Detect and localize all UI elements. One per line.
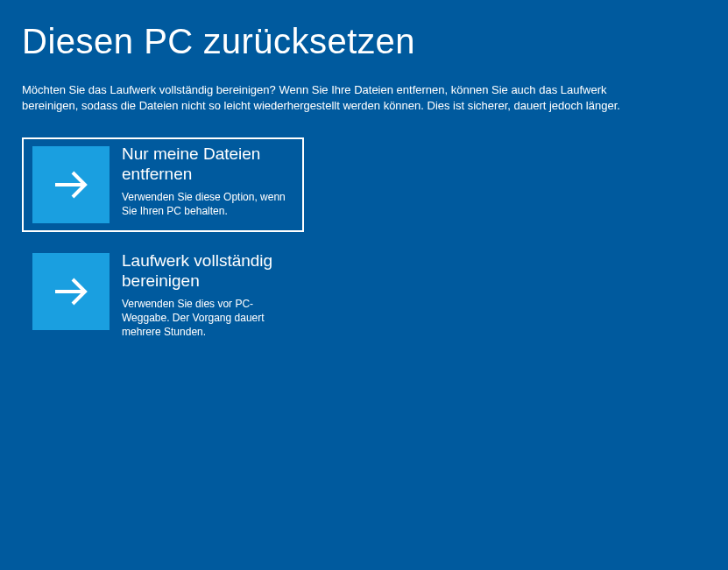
page-description: Möchten Sie das Laufwerk vollständig ber… — [22, 82, 653, 113]
page-title: Diesen PC zurücksetzen — [22, 22, 706, 61]
option-title: Laufwerk vollständig bereinigen — [122, 251, 293, 292]
option-title: Nur meine Dateien entfernen — [122, 144, 293, 185]
option-fully-clean-drive[interactable]: Laufwerk vollständig bereinigen Verwende… — [22, 244, 304, 348]
option-remove-files-only[interactable]: Nur meine Dateien entfernen Verwenden Si… — [22, 137, 304, 232]
option-text: Laufwerk vollständig bereinigen Verwende… — [110, 253, 293, 339]
arrow-right-icon — [32, 253, 110, 330]
option-subtitle: Verwenden Sie diese Option, wenn Sie Ihr… — [122, 190, 293, 218]
options-list: Nur meine Dateien entfernen Verwenden Si… — [22, 137, 706, 348]
option-text: Nur meine Dateien entfernen Verwenden Si… — [110, 146, 293, 218]
arrow-right-icon — [32, 146, 110, 223]
option-subtitle: Verwenden Sie dies vor PC-Weggabe. Der V… — [122, 297, 293, 340]
